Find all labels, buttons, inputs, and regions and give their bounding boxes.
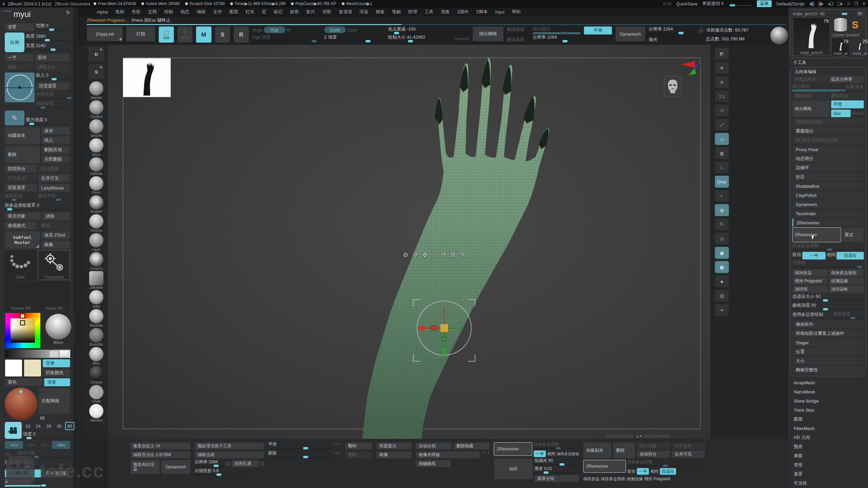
- mask-group-button[interactable]: 遮罩分组: [534, 475, 579, 482]
- geometry-subsection[interactable]: Stager: [792, 338, 864, 347]
- adaptive-button[interactable]: 自适应: [660, 468, 676, 475]
- del-lower-button[interactable]: 删除低级: [792, 92, 828, 100]
- adaptive-size-slider[interactable]: 自适应大小 50: [792, 294, 864, 302]
- menu-item[interactable]: 文件: [213, 9, 222, 15]
- menu-item[interactable]: 动态: [180, 9, 189, 15]
- xpose-icon[interactable]: ⇱: [715, 218, 729, 230]
- bpr-render-icon[interactable]: ◩: [715, 47, 729, 60]
- brush-item[interactable]: SkinSha: [86, 404, 106, 422]
- zremesher-button[interactable]: ZRemesher: [583, 460, 626, 473]
- double-button[interactable]: 双倍: [792, 252, 801, 260]
- uv-check-icon[interactable]: ▨: [715, 289, 729, 302]
- antialias-half-icon[interactable]: ½: [715, 104, 729, 117]
- gizmo-center-handle[interactable]: [441, 325, 448, 331]
- mrgb-button[interactable]: Mrgb: [252, 27, 262, 33]
- z-intensity-slider[interactable]: Z 强度: [324, 35, 384, 43]
- dot-toggle-icon[interactable]: [226, 462, 230, 466]
- brush-item[interactable]: Smooth: [86, 119, 106, 138]
- size-preset-button[interactable]: 24: [34, 422, 43, 430]
- gravity-pencil-icon[interactable]: ✎: [5, 110, 24, 125]
- grayscale-bar[interactable]: [5, 350, 70, 358]
- keep-groups-button[interactable]: 保持多边形组: [601, 476, 625, 482]
- sculpt-model-arm[interactable]: [108, 45, 710, 439]
- lightbox-button[interactable]: 灯箱: [126, 26, 155, 41]
- brush-item[interactable]: Move: [86, 138, 106, 157]
- detect-edges-button[interactable]: 侦测边缘: [829, 277, 864, 285]
- stroke-dot-s-icon[interactable]: S✎: [88, 64, 104, 79]
- dock-left-icon[interactable]: ◂❏: [828, 1, 833, 6]
- gizmo-lock-icon[interactable]: ⊠: [450, 251, 455, 259]
- brush-item[interactable]: Layer: [86, 233, 106, 251]
- duplicate-button[interactable]: 创建副本: [5, 127, 40, 144]
- wrap-button[interactable]: 包裹: [845, 84, 854, 92]
- brush-item[interactable]: BasicMa: [86, 309, 106, 327]
- document-canvas[interactable]: ⚙⚲✜⌂↺⊠✎ ▲▼: [108, 45, 710, 439]
- menu-item[interactable]: 色彩: [132, 9, 140, 15]
- frame-mesh-icon[interactable]: ▣: [715, 247, 729, 259]
- material-thumbnail[interactable]: Blinn: [42, 312, 75, 345]
- panel-section-header[interactable]: FiberMesh: [790, 424, 866, 433]
- same-button[interactable]: 相同: [827, 252, 835, 260]
- menu-item[interactable]: 渲染: [359, 9, 368, 15]
- mirror-button[interactable]: 镜像: [41, 241, 71, 249]
- double-button[interactable]: 双倍: [35, 54, 70, 62]
- brush-item[interactable]: Pinch: [86, 176, 106, 195]
- secondary-color-swatch[interactable]: [24, 359, 41, 377]
- merge-visible-button[interactable]: 合并可见: [38, 174, 71, 182]
- width-slider[interactable]: 宽度 2240: [26, 43, 70, 51]
- sym-m-button[interactable]: >M<: [52, 441, 70, 449]
- split-hidden-button[interactable]: 拆分隐藏: [38, 165, 71, 173]
- lazy-radius-slider[interactable]: 延迟半径: [38, 193, 71, 201]
- double-button[interactable]: 双倍: [627, 469, 635, 474]
- menu-item[interactable]: 文档: [148, 9, 157, 15]
- inflate-deform-slider[interactable]: 膨胀: [268, 451, 331, 459]
- size-preset-button[interactable]: 28: [44, 422, 53, 430]
- precise-curve-button[interactable]: 精确曲线: [416, 460, 451, 467]
- zapplink-button[interactable]: ZAppLink: [87, 26, 123, 41]
- axis-xyz-label[interactable]: x y z: [482, 451, 490, 454]
- menu-item[interactable]: 笔刷: [115, 9, 124, 15]
- subtool-thumbnail[interactable]: 79 male_ar: [831, 38, 850, 57]
- keep-polypaint-button[interactable]: 维持 Polypaint: [792, 277, 828, 285]
- current-material-icon[interactable]: [770, 26, 788, 45]
- axis-xyz-label[interactable]: x y z: [334, 451, 341, 454]
- brush-item[interactable]: Chrome: [86, 366, 106, 384]
- rotate-mode-button[interactable]: R: [234, 26, 249, 43]
- geometry-subsection[interactable]: 大小: [792, 357, 864, 365]
- minimize-icon[interactable]: ⍗: [847, 1, 849, 6]
- geometry-subsection[interactable]: Tessimate: [792, 209, 864, 218]
- crop-button[interactable]: 裁剪: [5, 63, 34, 71]
- texture-slot-tile[interactable]: Texture Off: [5, 281, 37, 311]
- menu-item[interactable]: myui: [495, 9, 504, 15]
- geometry-subsection[interactable]: 动态细分: [792, 154, 864, 163]
- panel-section-header[interactable]: Slime Bridge: [790, 396, 866, 405]
- target-polycount-slider[interactable]: 目标多边形数: [534, 442, 579, 450]
- color-picker[interactable]: [5, 312, 41, 348]
- sym-z-button[interactable]: >Z<: [38, 443, 51, 448]
- fix-topology-button[interactable]: 修改拓扑: [792, 320, 864, 329]
- brush-item[interactable]: ClayBuil: [86, 100, 106, 119]
- delete-all-button[interactable]: 全部删除: [41, 155, 71, 163]
- intensity-slider[interactable]: 强度 0: [23, 431, 74, 440]
- backface-mask-button[interactable]: 背面遮罩: [5, 184, 37, 192]
- rgb-intensity-slider[interactable]: Rgb 强度: [252, 35, 321, 43]
- brush-item[interactable]: CurveTu: [86, 252, 106, 270]
- tool-slider[interactable]: [827, 12, 854, 16]
- subtool-master-button[interactable]: SubTool Master: [5, 231, 40, 249]
- dynamesh-button[interactable]: Dynamesh: [161, 460, 191, 474]
- smooth-deform-slider[interactable]: 平滑: [268, 442, 331, 450]
- decimate-percent-button[interactable]: 抽取百分比 2.87356: [130, 451, 191, 459]
- geometry-subsection[interactable]: 折边: [792, 172, 864, 181]
- double-sided-button[interactable]: 双面显示: [376, 442, 412, 450]
- inner-depth-slider[interactable]: 内部深度: [36, 101, 70, 109]
- curve-mode-button[interactable]: 曲线模式: [5, 222, 37, 230]
- range-slider[interactable]: 范围 0: [36, 23, 70, 31]
- gizmo-home-icon[interactable]: ⌂: [432, 251, 436, 259]
- menu-toggle-button[interactable]: 菜单: [757, 0, 772, 7]
- subtool-thumbnail[interactable]: 25 male_ar: [851, 38, 868, 56]
- transparency-icon[interactable]: ◐: [715, 190, 729, 202]
- auto-group-button[interactable]: 自动分组: [416, 442, 452, 450]
- ghost-icon[interactable]: ◍: [715, 204, 729, 216]
- cylinder-tool-thumbnail[interactable]: [831, 17, 850, 32]
- half-button[interactable]: 一半: [802, 252, 826, 260]
